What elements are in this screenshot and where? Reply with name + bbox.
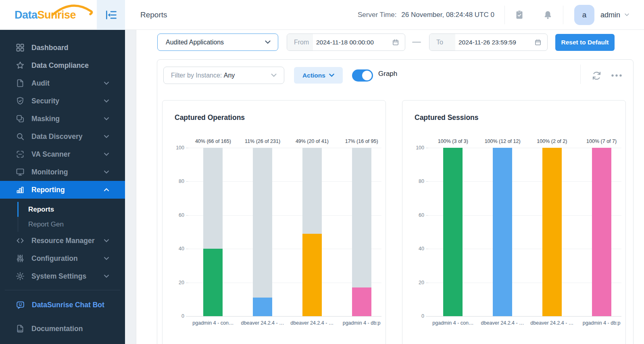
main-content: Audited Applications From 2024-11-18 00:… <box>137 30 644 344</box>
y-tick-mark <box>426 181 428 182</box>
instance-filter-label: Filter by Instance: <box>171 72 224 79</box>
user-avatar[interactable]: a <box>574 5 594 25</box>
reports-panel: Filter by Instance: Any Actions Graph Ca… <box>157 59 634 344</box>
dashboard-grid-icon <box>15 43 25 52</box>
sidebar-item-monitoring[interactable]: Monitoring <box>0 163 125 181</box>
submenu-item-label: Reports <box>28 206 54 214</box>
submenu-item-label: Report Gen <box>28 220 64 229</box>
x-category-label: pgadmin 4 - db:p <box>343 320 381 326</box>
sidebar-item-label: DataSunrise Chat Bot <box>32 301 104 309</box>
y-tick-mark <box>426 283 428 283</box>
datasunrise-logo[interactable]: DataSunrise <box>15 0 76 30</box>
calendar-icon[interactable] <box>534 38 542 46</box>
calendar-icon[interactable] <box>392 38 400 46</box>
bar[interactable] <box>592 148 611 316</box>
sidebar-item-resource-manager[interactable]: Resource Manager <box>0 232 125 250</box>
bar[interactable] <box>352 287 371 316</box>
sidebar-item-label: Data Compliance <box>31 61 89 70</box>
content-scrollbar-gutter[interactable] <box>125 30 136 344</box>
bar[interactable] <box>203 249 223 316</box>
y-tick-mark <box>426 316 428 317</box>
report-type-select[interactable]: Audited Applications <box>157 34 278 51</box>
bar[interactable] <box>493 148 512 316</box>
sidebar: Dashboard Data Compliance Audit Security… <box>0 30 125 344</box>
refresh-button[interactable] <box>590 69 604 83</box>
sidebar-item-chat-bot[interactable]: DataSunrise Chat Bot <box>0 296 125 314</box>
clipboard-check-icon <box>515 10 524 20</box>
sidebar-item-data-discovery[interactable]: Data Discovery <box>0 128 125 145</box>
chevron-down-icon[interactable] <box>625 13 629 16</box>
sidebar-nav: Dashboard Data Compliance Audit Security… <box>0 30 125 338</box>
bar-chart-icon <box>15 185 25 195</box>
sidebar-item-label: Dashboard <box>31 44 68 52</box>
sidebar-footer: DataSunrise Chat Bot DOC Documentation <box>0 290 125 338</box>
chevron-down-icon <box>104 135 109 138</box>
bar[interactable] <box>542 148 562 316</box>
app-root: DataSunrise Reports Server Time: 26 Nove… <box>0 0 644 344</box>
sidebar-item-reporting[interactable]: Reporting <box>0 181 125 199</box>
y-tick-mark <box>426 249 428 249</box>
bar[interactable] <box>443 148 463 316</box>
toolbar-divider <box>580 65 581 84</box>
bar-track <box>253 148 272 316</box>
y-tick-mark <box>426 215 428 216</box>
sidebar-item-documentation[interactable]: DOC Documentation <box>0 320 125 338</box>
y-tick-label: 100 <box>163 145 184 151</box>
chevron-down-icon <box>104 275 109 278</box>
y-tick-mark <box>186 316 188 317</box>
graph-toggle[interactable] <box>352 69 373 82</box>
sidebar-item-audit[interactable]: Audit <box>0 74 125 92</box>
chevron-down-icon <box>104 153 109 156</box>
refresh-icon <box>591 70 602 81</box>
x-category-label: pgadmin 4 - con… <box>432 320 473 326</box>
server-time-value: 26 November, 08:24:48 UTC 0 <box>401 11 494 19</box>
instance-filter-select[interactable]: Filter by Instance: Any <box>163 67 284 84</box>
sidebar-item-configuration[interactable]: Configuration <box>0 250 125 267</box>
date-to-field[interactable]: To 2024-11-26 23:59:59 <box>429 34 548 51</box>
user-menu[interactable]: admin <box>600 0 620 30</box>
notifications-button[interactable] <box>538 0 557 30</box>
sidebar-item-dashboard[interactable]: Dashboard <box>0 39 125 57</box>
search-icon <box>15 132 25 141</box>
y-tick-label: 60 <box>163 212 184 218</box>
scanner-icon <box>15 149 25 159</box>
x-category-label: dbeaver 24.2.4 - … <box>481 320 524 326</box>
bar[interactable] <box>253 298 272 316</box>
sidebar-collapse-button[interactable] <box>97 0 125 30</box>
sidebar-item-security[interactable]: Security <box>0 92 125 110</box>
y-tick-label: 100 <box>402 145 424 151</box>
date-range-dash <box>412 42 421 43</box>
chevron-down-icon <box>104 99 109 103</box>
y-tick-label: 40 <box>163 246 184 252</box>
actions-button[interactable]: Actions <box>294 67 343 84</box>
bar-value-label: 17% (16 of 95) <box>345 138 378 144</box>
submenu-item-reports[interactable]: Reports <box>0 202 125 217</box>
tasks-clipboard-button[interactable] <box>510 0 529 30</box>
y-tick-label: 40 <box>402 246 424 252</box>
logo-part-data: Data <box>15 9 38 21</box>
server-time: Server Time: 26 November, 08:24:48 UTC 0 <box>358 0 494 30</box>
reset-to-default-button[interactable]: Reset to Default <box>555 34 615 51</box>
sidebar-item-label: Configuration <box>31 254 78 263</box>
header-divider <box>563 6 563 24</box>
date-from-field[interactable]: From 2024-11-18 00:00:00 <box>287 34 405 51</box>
sidebar-item-va-scanner[interactable]: VA Scanner <box>0 145 125 163</box>
sidebar-item-label: Masking <box>31 115 60 123</box>
svg-text:DOC: DOC <box>17 329 23 332</box>
more-options-button[interactable] <box>609 72 624 79</box>
graph-toggle-label: Graph <box>378 70 397 78</box>
bar-value-label: 11% (26 of 231) <box>245 138 280 144</box>
captured-operations-chart: 02040608010040% (66 of 165)pgadmin 4 - c… <box>163 101 386 344</box>
submenu-item-report-gen[interactable]: Report Gen <box>0 217 125 232</box>
bar[interactable] <box>302 234 322 316</box>
username-label: admin <box>600 11 620 19</box>
sidebar-item-masking[interactable]: Masking <box>0 110 125 128</box>
menu-fold-icon <box>105 9 117 21</box>
y-tick-mark <box>186 181 188 182</box>
sidebar-item-label: Reporting <box>31 186 65 194</box>
chevron-down-icon <box>104 257 109 260</box>
logo-part-sunrise: Sunrise <box>38 9 76 21</box>
sidebar-item-system-settings[interactable]: System Settings <box>0 267 125 285</box>
monitor-icon <box>15 167 25 177</box>
sidebar-item-data-compliance[interactable]: Data Compliance <box>0 57 125 74</box>
